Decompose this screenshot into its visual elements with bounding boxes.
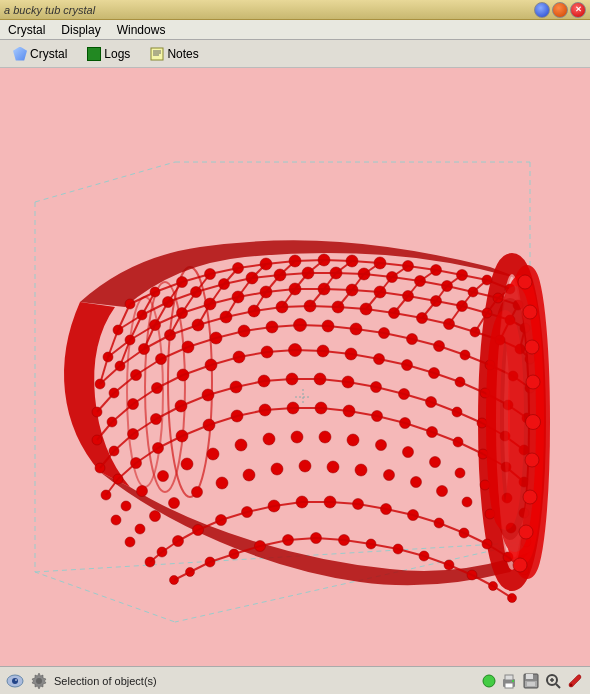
svg-point-435 (518, 275, 532, 289)
svg-point-172 (125, 537, 135, 547)
svg-point-159 (207, 448, 219, 460)
svg-point-154 (111, 515, 121, 525)
main-view (0, 68, 590, 666)
svg-point-436 (523, 305, 537, 319)
svg-rect-0 (151, 48, 163, 60)
svg-point-446 (15, 679, 17, 681)
globe-button[interactable] (534, 2, 550, 18)
notes-icon (150, 47, 164, 61)
svg-point-440 (525, 453, 539, 467)
status-bar: Selection of object(s) (0, 666, 590, 694)
tool-icon[interactable] (566, 672, 584, 690)
svg-point-173 (135, 524, 145, 534)
svg-point-462 (570, 683, 573, 686)
svg-point-445 (12, 678, 18, 684)
svg-line-323 (310, 306, 338, 307)
svg-point-165 (376, 440, 387, 451)
menu-crystal[interactable]: Crystal (4, 22, 49, 38)
svg-point-448 (36, 678, 42, 684)
svg-point-161 (263, 433, 275, 445)
svg-point-163 (319, 431, 331, 443)
svg-point-164 (347, 434, 359, 446)
close-button[interactable]: ✕ (570, 2, 586, 18)
toolbar: Crystal Logs Notes (0, 40, 590, 68)
tab-crystal-label: Crystal (30, 47, 67, 61)
svg-point-185 (437, 486, 448, 497)
svg-point-181 (327, 461, 339, 473)
status-text: Selection of object(s) (54, 675, 476, 687)
svg-line-459 (556, 684, 560, 688)
svg-rect-455 (526, 674, 533, 679)
svg-point-179 (271, 463, 283, 475)
svg-point-443 (513, 558, 527, 572)
svg-point-184 (411, 477, 422, 488)
svg-rect-451 (505, 675, 513, 680)
svg-rect-453 (512, 680, 514, 682)
svg-point-441 (523, 490, 537, 504)
svg-point-168 (455, 468, 465, 478)
title-bar: a bucky tub crystal ✕ (0, 0, 590, 20)
svg-point-162 (291, 431, 303, 443)
canvas-area[interactable] (0, 68, 590, 666)
svg-point-442 (519, 525, 533, 539)
svg-rect-452 (505, 683, 513, 688)
gear-icon[interactable] (30, 672, 48, 690)
svg-point-183 (384, 470, 395, 481)
tab-logs-label: Logs (104, 47, 130, 61)
svg-line-259 (336, 273, 364, 274)
tab-logs[interactable]: Logs (78, 44, 139, 64)
svg-rect-457 (527, 682, 535, 686)
svg-point-438 (526, 375, 540, 389)
logs-icon (87, 47, 101, 61)
green-status-icon (482, 674, 496, 688)
svg-point-167 (430, 457, 441, 468)
tab-notes-label: Notes (167, 47, 198, 61)
print-icon[interactable] (500, 672, 518, 690)
svg-point-174 (150, 511, 161, 522)
crystal-icon (13, 47, 27, 61)
svg-point-155 (121, 501, 131, 511)
svg-point-178 (243, 469, 255, 481)
svg-line-229 (324, 260, 352, 261)
svg-line-357 (295, 350, 323, 351)
svg-line-228 (295, 260, 324, 261)
svg-point-186 (462, 497, 472, 507)
svg-point-439 (526, 415, 541, 430)
svg-point-156 (137, 486, 148, 497)
status-right-icons (482, 672, 584, 690)
save-icon[interactable] (522, 672, 540, 690)
svg-point-158 (181, 458, 193, 470)
svg-point-175 (169, 498, 180, 509)
svg-point-437 (525, 340, 539, 354)
svg-point-177 (216, 477, 228, 489)
svg-point-180 (299, 460, 311, 472)
svg-point-182 (355, 464, 367, 476)
tab-crystal[interactable]: Crystal (4, 44, 76, 64)
title-buttons: ✕ (534, 2, 586, 18)
menu-windows[interactable]: Windows (113, 22, 170, 38)
svg-point-449 (483, 675, 495, 687)
svg-point-160 (235, 439, 247, 451)
svg-line-340 (300, 325, 328, 326)
help-button[interactable] (552, 2, 568, 18)
svg-point-176 (192, 487, 203, 498)
svg-point-157 (158, 471, 169, 482)
eye-icon[interactable] (6, 672, 24, 690)
nanotube-visualization (0, 68, 590, 666)
menu-display[interactable]: Display (57, 22, 104, 38)
svg-point-166 (403, 447, 414, 458)
svg-line-290 (324, 289, 352, 290)
zoom-icon[interactable] (544, 672, 562, 690)
tab-notes[interactable]: Notes (141, 44, 207, 64)
menu-bar: Crystal Display Windows (0, 20, 590, 40)
window-title: a bucky tub crystal (4, 4, 95, 16)
svg-line-322 (282, 306, 310, 307)
